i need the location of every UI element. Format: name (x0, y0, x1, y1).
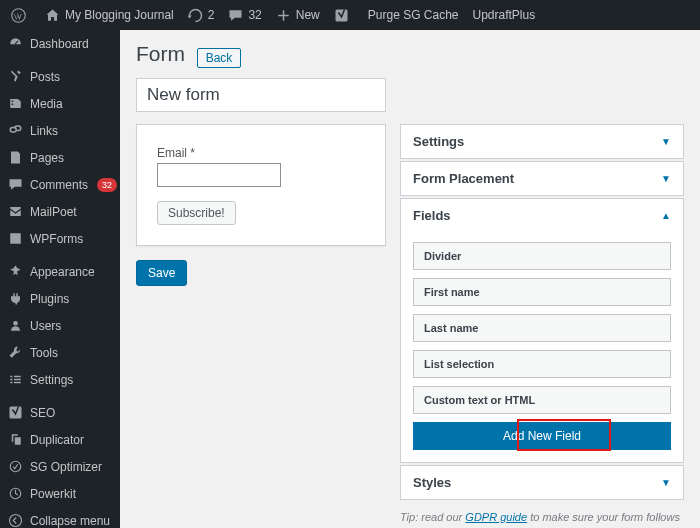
chevron-down-icon: ▼ (661, 477, 671, 488)
email-label: Email * (157, 146, 195, 160)
panel-fields: Fields▲ Divider First name Last name Lis… (400, 198, 684, 463)
save-button[interactable]: Save (136, 260, 187, 286)
sidebar-item-powerkit[interactable]: Powerkit (0, 480, 120, 507)
gdpr-guide-link[interactable]: GDPR guide (465, 511, 527, 523)
sidebar-item-duplicator[interactable]: Duplicator (0, 426, 120, 453)
sidebar-item-appearance[interactable]: Appearance (0, 258, 120, 285)
svg-point-2 (13, 321, 18, 326)
panel-settings[interactable]: Settings▼ (400, 124, 684, 159)
add-new-field-button[interactable]: Add New Field (413, 422, 671, 450)
sidebar-item-sg-optimizer[interactable]: SG Optimizer (0, 453, 120, 480)
site-name-link[interactable]: My Blogging Journal (38, 0, 181, 30)
svg-rect-4 (14, 376, 21, 378)
yoast-link[interactable] (327, 0, 361, 30)
tip-text: Tip: read our GDPR guide to make sure yo… (400, 510, 684, 528)
field-option-divider[interactable]: Divider (413, 242, 671, 270)
panel-styles[interactable]: Styles▼ (400, 465, 684, 500)
wordpress-logo[interactable] (4, 0, 38, 30)
page-title: Form (136, 42, 185, 66)
sidebar-item-tools[interactable]: Tools (0, 339, 120, 366)
sidebar-item-plugins[interactable]: Plugins (0, 285, 120, 312)
chevron-down-icon: ▼ (661, 173, 671, 184)
field-option-custom-html[interactable]: Custom text or HTML (413, 386, 671, 414)
form-preview: Email * Subscribe! (136, 124, 386, 246)
field-option-list-selection[interactable]: List selection (413, 350, 671, 378)
sidebar-item-users[interactable]: Users (0, 312, 120, 339)
comments-count-badge: 32 (97, 178, 117, 192)
chevron-up-icon: ▲ (661, 210, 671, 221)
email-field[interactable] (157, 163, 281, 187)
new-content-link[interactable]: New (269, 0, 327, 30)
panel-placement[interactable]: Form Placement▼ (400, 161, 684, 196)
svg-rect-5 (10, 379, 12, 381)
sidebar-item-comments[interactable]: Comments32 (0, 171, 120, 198)
svg-rect-7 (10, 382, 12, 384)
form-name-box[interactable]: New form (136, 78, 386, 112)
sidebar-item-mailpoet[interactable]: MailPoet (0, 198, 120, 225)
sidebar-item-settings[interactable]: Settings (0, 366, 120, 393)
sidebar-item-wpforms[interactable]: WPForms (0, 225, 120, 252)
svg-point-10 (10, 461, 21, 472)
main-content: Form Back New form Email * Subscribe! Sa… (120, 30, 700, 528)
svg-rect-8 (14, 382, 21, 384)
admin-sidebar: Dashboard Posts Media Links Pages Commen… (0, 30, 120, 528)
sidebar-item-dashboard[interactable]: Dashboard (0, 30, 120, 57)
chevron-down-icon: ▼ (661, 136, 671, 147)
subscribe-button[interactable]: Subscribe! (157, 201, 236, 225)
updraftplus-link[interactable]: UpdraftPlus (466, 0, 543, 30)
field-option-first-name[interactable]: First name (413, 278, 671, 306)
sidebar-collapse[interactable]: Collapse menu (0, 507, 120, 528)
svg-point-12 (10, 515, 22, 527)
panel-fields-header[interactable]: Fields▲ (401, 199, 683, 232)
admin-toolbar: My Blogging Journal 2 32 New Purge SG Ca… (0, 0, 700, 30)
field-option-last-name[interactable]: Last name (413, 314, 671, 342)
comments-link[interactable]: 32 (221, 0, 268, 30)
svg-rect-6 (14, 379, 21, 381)
updates-link[interactable]: 2 (181, 0, 222, 30)
sidebar-item-seo[interactable]: SEO (0, 399, 120, 426)
sidebar-item-media[interactable]: Media (0, 90, 120, 117)
sidebar-item-posts[interactable]: Posts (0, 63, 120, 90)
sidebar-item-links[interactable]: Links (0, 117, 120, 144)
purge-cache-link[interactable]: Purge SG Cache (361, 0, 466, 30)
back-button[interactable]: Back (197, 48, 242, 68)
sidebar-item-pages[interactable]: Pages (0, 144, 120, 171)
svg-rect-3 (10, 376, 12, 378)
